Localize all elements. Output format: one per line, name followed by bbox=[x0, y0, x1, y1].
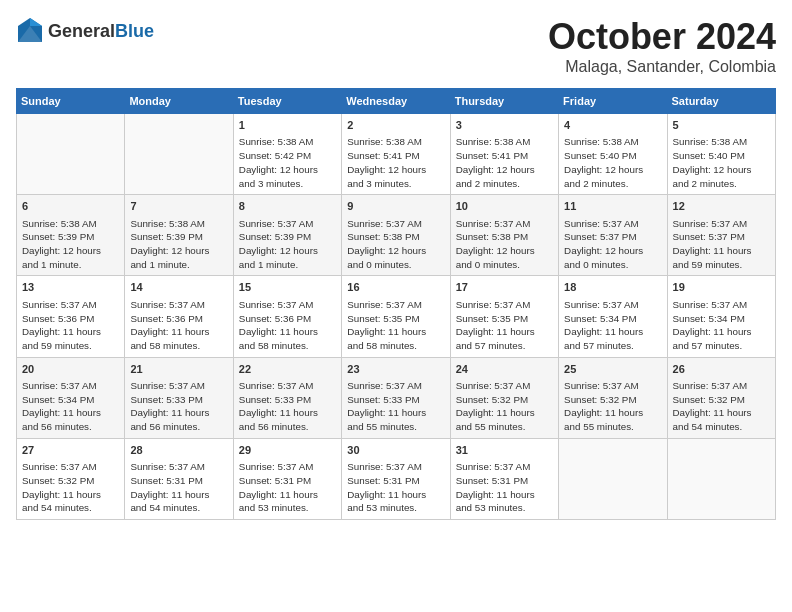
day-info: Sunrise: 5:37 AM Sunset: 5:32 PM Dayligh… bbox=[564, 379, 661, 434]
weekday-header-tuesday: Tuesday bbox=[233, 89, 341, 114]
day-info: Sunrise: 5:37 AM Sunset: 5:33 PM Dayligh… bbox=[347, 379, 444, 434]
day-number: 24 bbox=[456, 362, 553, 377]
day-number: 18 bbox=[564, 280, 661, 295]
day-info: Sunrise: 5:37 AM Sunset: 5:35 PM Dayligh… bbox=[347, 298, 444, 353]
calendar-week-1: 1Sunrise: 5:38 AM Sunset: 5:42 PM Daylig… bbox=[17, 114, 776, 195]
calendar-cell: 9Sunrise: 5:37 AM Sunset: 5:38 PM Daylig… bbox=[342, 195, 450, 276]
day-info: Sunrise: 5:37 AM Sunset: 5:35 PM Dayligh… bbox=[456, 298, 553, 353]
day-number: 5 bbox=[673, 118, 770, 133]
day-info: Sunrise: 5:38 AM Sunset: 5:42 PM Dayligh… bbox=[239, 135, 336, 190]
day-info: Sunrise: 5:37 AM Sunset: 5:39 PM Dayligh… bbox=[239, 217, 336, 272]
day-number: 8 bbox=[239, 199, 336, 214]
weekday-header-saturday: Saturday bbox=[667, 89, 775, 114]
calendar-cell bbox=[125, 114, 233, 195]
day-number: 2 bbox=[347, 118, 444, 133]
day-number: 27 bbox=[22, 443, 119, 458]
page-header: GeneralBlue October 2024 Malaga, Santand… bbox=[16, 16, 776, 76]
day-number: 16 bbox=[347, 280, 444, 295]
calendar-cell: 31Sunrise: 5:37 AM Sunset: 5:31 PM Dayli… bbox=[450, 438, 558, 519]
day-info: Sunrise: 5:37 AM Sunset: 5:31 PM Dayligh… bbox=[456, 460, 553, 515]
calendar-header-row: SundayMondayTuesdayWednesdayThursdayFrid… bbox=[17, 89, 776, 114]
day-info: Sunrise: 5:37 AM Sunset: 5:32 PM Dayligh… bbox=[456, 379, 553, 434]
day-info: Sunrise: 5:37 AM Sunset: 5:37 PM Dayligh… bbox=[673, 217, 770, 272]
day-number: 19 bbox=[673, 280, 770, 295]
calendar-cell: 16Sunrise: 5:37 AM Sunset: 5:35 PM Dayli… bbox=[342, 276, 450, 357]
weekday-header-friday: Friday bbox=[559, 89, 667, 114]
calendar-cell: 13Sunrise: 5:37 AM Sunset: 5:36 PM Dayli… bbox=[17, 276, 125, 357]
calendar-cell: 24Sunrise: 5:37 AM Sunset: 5:32 PM Dayli… bbox=[450, 357, 558, 438]
calendar-cell: 23Sunrise: 5:37 AM Sunset: 5:33 PM Dayli… bbox=[342, 357, 450, 438]
day-info: Sunrise: 5:37 AM Sunset: 5:32 PM Dayligh… bbox=[673, 379, 770, 434]
day-number: 31 bbox=[456, 443, 553, 458]
day-info: Sunrise: 5:37 AM Sunset: 5:38 PM Dayligh… bbox=[456, 217, 553, 272]
calendar-cell: 1Sunrise: 5:38 AM Sunset: 5:42 PM Daylig… bbox=[233, 114, 341, 195]
day-number: 17 bbox=[456, 280, 553, 295]
calendar-cell: 27Sunrise: 5:37 AM Sunset: 5:32 PM Dayli… bbox=[17, 438, 125, 519]
day-info: Sunrise: 5:37 AM Sunset: 5:32 PM Dayligh… bbox=[22, 460, 119, 515]
calendar-week-2: 6Sunrise: 5:38 AM Sunset: 5:39 PM Daylig… bbox=[17, 195, 776, 276]
day-number: 28 bbox=[130, 443, 227, 458]
day-info: Sunrise: 5:37 AM Sunset: 5:34 PM Dayligh… bbox=[22, 379, 119, 434]
calendar-cell: 4Sunrise: 5:38 AM Sunset: 5:40 PM Daylig… bbox=[559, 114, 667, 195]
day-info: Sunrise: 5:37 AM Sunset: 5:34 PM Dayligh… bbox=[564, 298, 661, 353]
day-number: 11 bbox=[564, 199, 661, 214]
logo: GeneralBlue bbox=[16, 16, 154, 48]
day-number: 30 bbox=[347, 443, 444, 458]
calendar-cell: 11Sunrise: 5:37 AM Sunset: 5:37 PM Dayli… bbox=[559, 195, 667, 276]
calendar-cell: 5Sunrise: 5:38 AM Sunset: 5:40 PM Daylig… bbox=[667, 114, 775, 195]
day-info: Sunrise: 5:38 AM Sunset: 5:41 PM Dayligh… bbox=[347, 135, 444, 190]
weekday-header-thursday: Thursday bbox=[450, 89, 558, 114]
day-number: 15 bbox=[239, 280, 336, 295]
month-title: October 2024 bbox=[548, 16, 776, 58]
day-number: 12 bbox=[673, 199, 770, 214]
day-number: 9 bbox=[347, 199, 444, 214]
day-info: Sunrise: 5:38 AM Sunset: 5:40 PM Dayligh… bbox=[564, 135, 661, 190]
day-info: Sunrise: 5:37 AM Sunset: 5:33 PM Dayligh… bbox=[239, 379, 336, 434]
calendar-cell: 3Sunrise: 5:38 AM Sunset: 5:41 PM Daylig… bbox=[450, 114, 558, 195]
day-number: 26 bbox=[673, 362, 770, 377]
day-info: Sunrise: 5:38 AM Sunset: 5:39 PM Dayligh… bbox=[130, 217, 227, 272]
day-number: 1 bbox=[239, 118, 336, 133]
calendar-cell: 21Sunrise: 5:37 AM Sunset: 5:33 PM Dayli… bbox=[125, 357, 233, 438]
calendar-cell: 26Sunrise: 5:37 AM Sunset: 5:32 PM Dayli… bbox=[667, 357, 775, 438]
day-number: 29 bbox=[239, 443, 336, 458]
day-number: 6 bbox=[22, 199, 119, 214]
calendar-cell: 19Sunrise: 5:37 AM Sunset: 5:34 PM Dayli… bbox=[667, 276, 775, 357]
day-info: Sunrise: 5:37 AM Sunset: 5:31 PM Dayligh… bbox=[239, 460, 336, 515]
calendar-week-4: 20Sunrise: 5:37 AM Sunset: 5:34 PM Dayli… bbox=[17, 357, 776, 438]
calendar-cell: 14Sunrise: 5:37 AM Sunset: 5:36 PM Dayli… bbox=[125, 276, 233, 357]
day-number: 22 bbox=[239, 362, 336, 377]
day-number: 4 bbox=[564, 118, 661, 133]
calendar-cell: 20Sunrise: 5:37 AM Sunset: 5:34 PM Dayli… bbox=[17, 357, 125, 438]
day-number: 3 bbox=[456, 118, 553, 133]
day-info: Sunrise: 5:37 AM Sunset: 5:31 PM Dayligh… bbox=[347, 460, 444, 515]
day-info: Sunrise: 5:38 AM Sunset: 5:39 PM Dayligh… bbox=[22, 217, 119, 272]
calendar-week-3: 13Sunrise: 5:37 AM Sunset: 5:36 PM Dayli… bbox=[17, 276, 776, 357]
weekday-header-sunday: Sunday bbox=[17, 89, 125, 114]
day-info: Sunrise: 5:37 AM Sunset: 5:37 PM Dayligh… bbox=[564, 217, 661, 272]
day-info: Sunrise: 5:38 AM Sunset: 5:40 PM Dayligh… bbox=[673, 135, 770, 190]
day-info: Sunrise: 5:37 AM Sunset: 5:31 PM Dayligh… bbox=[130, 460, 227, 515]
svg-marker-1 bbox=[30, 18, 42, 26]
calendar-cell: 10Sunrise: 5:37 AM Sunset: 5:38 PM Dayli… bbox=[450, 195, 558, 276]
day-number: 13 bbox=[22, 280, 119, 295]
day-info: Sunrise: 5:37 AM Sunset: 5:38 PM Dayligh… bbox=[347, 217, 444, 272]
day-info: Sunrise: 5:37 AM Sunset: 5:36 PM Dayligh… bbox=[22, 298, 119, 353]
logo-icon bbox=[16, 16, 44, 48]
day-number: 20 bbox=[22, 362, 119, 377]
day-number: 23 bbox=[347, 362, 444, 377]
weekday-header-wednesday: Wednesday bbox=[342, 89, 450, 114]
calendar-table: SundayMondayTuesdayWednesdayThursdayFrid… bbox=[16, 88, 776, 520]
calendar-cell: 30Sunrise: 5:37 AM Sunset: 5:31 PM Dayli… bbox=[342, 438, 450, 519]
calendar-cell: 8Sunrise: 5:37 AM Sunset: 5:39 PM Daylig… bbox=[233, 195, 341, 276]
calendar-cell bbox=[17, 114, 125, 195]
calendar-cell: 12Sunrise: 5:37 AM Sunset: 5:37 PM Dayli… bbox=[667, 195, 775, 276]
calendar-cell: 17Sunrise: 5:37 AM Sunset: 5:35 PM Dayli… bbox=[450, 276, 558, 357]
day-number: 10 bbox=[456, 199, 553, 214]
calendar-cell: 25Sunrise: 5:37 AM Sunset: 5:32 PM Dayli… bbox=[559, 357, 667, 438]
calendar-cell: 22Sunrise: 5:37 AM Sunset: 5:33 PM Dayli… bbox=[233, 357, 341, 438]
day-number: 25 bbox=[564, 362, 661, 377]
calendar-cell bbox=[667, 438, 775, 519]
logo-text: GeneralBlue bbox=[48, 22, 154, 42]
calendar-cell bbox=[559, 438, 667, 519]
